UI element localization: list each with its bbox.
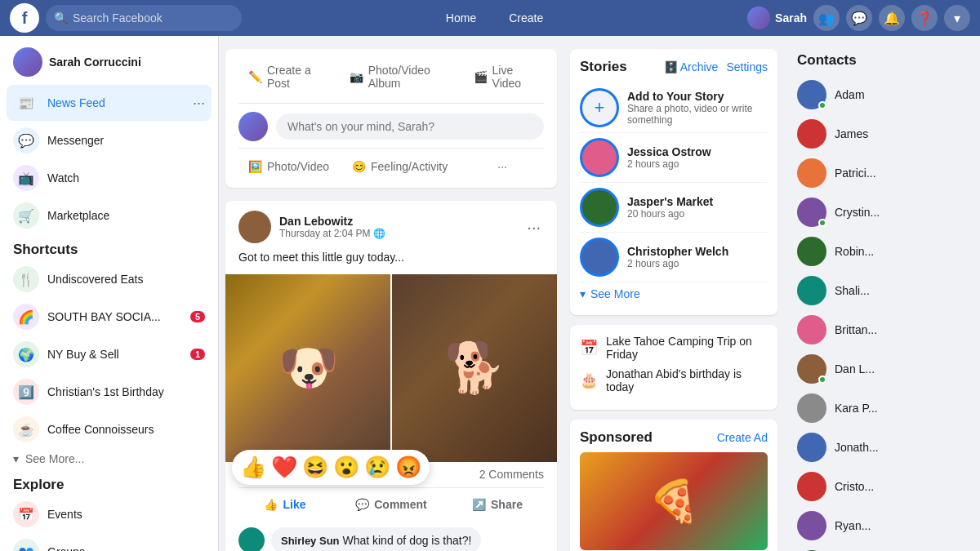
chevron-down-icon[interactable]: ▾	[944, 5, 970, 31]
sidebar-item-events[interactable]: 📅 Events	[7, 496, 212, 532]
feeling-activity-btn[interactable]: 😊 Feeling/Activity	[342, 155, 457, 178]
event-item-trip[interactable]: 📅 Lake Tahoe Camping Trip on Friday	[580, 335, 768, 361]
south-bay-badge: 5	[190, 311, 205, 322]
sidebar-item-christian-bday[interactable]: 9️⃣ Christian's 1st Birthday	[7, 374, 212, 410]
add-story-icon: +	[580, 88, 619, 127]
contact-item-10[interactable]: Cristo...	[791, 467, 973, 506]
album-icon: 📷	[350, 70, 363, 83]
contact-item-9[interactable]: Jonath...	[791, 428, 973, 467]
feed-post: Dan Lebowitz Thursday at 2:04 PM 🌐 ··· G…	[225, 201, 557, 551]
sidebar-christian-label: Christian's 1st Birthday	[47, 385, 205, 398]
contact-item-12[interactable]: Tim A...	[791, 545, 973, 551]
contact-item-7[interactable]: Dan L...	[791, 349, 973, 389]
create-live-btn[interactable]: 🎬 Live Video	[464, 59, 544, 95]
story-item-0[interactable]: Jessica Ostrow 2 hours ago	[580, 133, 768, 183]
birthday-icon: 🎂	[580, 371, 598, 389]
sponsored-image[interactable]: 🍕	[580, 452, 768, 550]
settings-link[interactable]: Settings	[726, 60, 768, 73]
messenger-icon[interactable]: 💬	[846, 5, 872, 31]
sponsored-box: Sponsored Create Ad 🍕 Lebo's Pizza — Pal…	[570, 420, 777, 551]
sidebar-item-marketplace[interactable]: 🛒 Marketplace	[7, 198, 212, 233]
story-item-1[interactable]: Jasper's Market 20 hours ago	[580, 183, 768, 233]
jasper-time: 20 hours ago	[627, 208, 768, 220]
event-item-birthday[interactable]: 🎂 Jonathan Abid's birthday is today	[580, 367, 768, 393]
sidebar-events-label: Events	[47, 508, 205, 521]
online-indicator	[818, 101, 826, 109]
contact-item-3[interactable]: Crystin...	[791, 193, 973, 232]
christopher-name: Christopher Welch	[627, 245, 768, 258]
nav-create[interactable]: Create	[494, 7, 558, 29]
sidebar-item-news-feed[interactable]: 📰 News Feed ···	[7, 85, 212, 121]
news-feed-options-icon[interactable]: ···	[193, 95, 205, 112]
share-button[interactable]: ↗️ Share	[444, 491, 550, 518]
create-ad-link[interactable]: Create Ad	[717, 431, 768, 444]
jessica-avatar-wrap	[580, 138, 619, 177]
search-input[interactable]	[73, 11, 234, 24]
search-bar[interactable]: 🔍	[46, 5, 242, 31]
post-image-right[interactable]: 🐕	[392, 274, 557, 462]
haha-emoji[interactable]: 😆	[302, 455, 328, 480]
contact-item-1[interactable]: James	[791, 114, 973, 153]
birthday-text: Jonathan Abid's birthday is today	[606, 367, 768, 393]
post-text-input[interactable]	[276, 113, 544, 140]
contact-item-2[interactable]: Patrici...	[791, 153, 973, 193]
story-item-2[interactable]: Christopher Welch 2 hours ago	[580, 233, 768, 282]
stories-see-more[interactable]: ▾ See More	[580, 282, 768, 305]
create-album-btn[interactable]: 📷 Photo/Video Album	[340, 59, 457, 95]
post-image-left[interactable]: 🐶	[225, 274, 390, 462]
sidebar-item-undiscovered-eats[interactable]: 🍴 Undiscovered Eats	[7, 261, 212, 297]
add-story-item[interactable]: + Add to Your Story Share a photo, video…	[580, 83, 768, 133]
facebook-logo[interactable]: f	[10, 3, 39, 33]
sidebar-profile-name: Sarah Corruccini	[49, 56, 141, 69]
sad-emoji[interactable]: 😢	[364, 455, 390, 480]
angry-emoji[interactable]: 😡	[395, 455, 421, 480]
stories-header: Stories 🗄️ Archive Settings	[580, 59, 768, 75]
post-options-button[interactable]: ···	[523, 215, 544, 240]
sidebar-item-ny-buy-sell[interactable]: 🌍 NY Buy & Sell 1	[7, 336, 212, 372]
header-user[interactable]: Sarah	[747, 7, 807, 29]
more-options-btn[interactable]: ···	[461, 155, 544, 178]
comment-username[interactable]: Shirley Sun	[281, 535, 340, 547]
sidebar-item-messenger[interactable]: 💬 Messenger	[7, 122, 212, 158]
photo-video-btn[interactable]: 🖼️ Photo/Video	[238, 155, 339, 178]
comment-content: Shirley Sun What kind of dog is that?! L…	[271, 527, 481, 551]
comment-avatar	[238, 527, 265, 551]
sidebar-item-watch[interactable]: 📺 Watch	[7, 160, 212, 196]
contact-item-6[interactable]: Brittan...	[791, 310, 973, 349]
sidebar-item-south-bay[interactable]: 🌈 SOUTH BAY SOCIA... 5	[7, 299, 212, 335]
sidebar-item-groups[interactable]: 👥 Groups	[7, 534, 212, 551]
jasper-avatar	[580, 188, 619, 227]
header-nav: Home Create	[248, 7, 741, 29]
post-user-name[interactable]: Dan Lebowitz	[279, 215, 515, 228]
photo-video-icon: 🖼️	[248, 160, 262, 173]
create-post-btn[interactable]: ✏️ Create a Post	[238, 59, 333, 95]
contact-avatar-11	[797, 511, 826, 540]
thumbs-up-emoji[interactable]: 👍	[240, 455, 266, 480]
contact-item-8[interactable]: Kara P...	[791, 389, 973, 428]
like-button[interactable]: 👍 Like	[232, 491, 338, 518]
sidebar-profile[interactable]: Sarah Corruccini	[7, 42, 212, 82]
christopher-info: Christopher Welch 2 hours ago	[627, 245, 768, 269]
sidebar-item-coffee[interactable]: ☕ Coffee Connoisseurs	[7, 411, 212, 447]
heart-emoji[interactable]: ❤️	[271, 455, 297, 480]
archive-link[interactable]: 🗄️ Archive	[664, 60, 719, 73]
bell-icon[interactable]: 🔔	[879, 5, 905, 31]
contact-item-5[interactable]: Shali...	[791, 271, 973, 310]
sponsored-header: Sponsored Create Ad	[580, 429, 768, 446]
header-username: Sarah	[775, 11, 807, 24]
contact-item-0[interactable]: Adam	[791, 75, 973, 114]
header-avatar	[747, 7, 770, 29]
sidebar-ny-label: NY Buy & Sell	[47, 348, 182, 361]
wow-emoji[interactable]: 😮	[333, 455, 359, 480]
comment-button[interactable]: 💬 Comment	[338, 491, 444, 518]
people-icon[interactable]: 👥	[813, 5, 840, 31]
contact-item-11[interactable]: Ryan...	[791, 506, 973, 545]
stories-links: 🗄️ Archive Settings	[664, 60, 768, 73]
help-icon[interactable]: ❓	[911, 5, 938, 31]
nav-home[interactable]: Home	[431, 7, 491, 29]
post-input-row	[238, 112, 544, 141]
contact-item-4[interactable]: Robin...	[791, 232, 973, 271]
shortcuts-see-more[interactable]: ▾ See More...	[7, 449, 212, 469]
feed: ✏️ Create a Post 📷 Photo/Video Album 🎬 L…	[219, 36, 564, 551]
stories-title: Stories	[580, 59, 627, 75]
